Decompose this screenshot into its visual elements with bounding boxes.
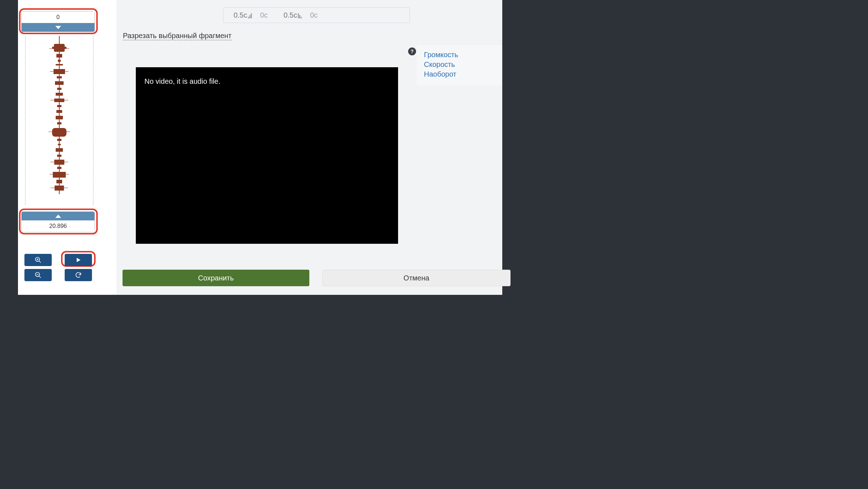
- side-link-speed[interactable]: Скорость: [424, 60, 495, 69]
- save-button[interactable]: Сохранить: [123, 270, 309, 286]
- fade-in-icon: [248, 12, 252, 18]
- side-link-reverse[interactable]: Наоборот: [424, 70, 495, 78]
- help-button[interactable]: ?: [408, 47, 416, 55]
- waveform-area[interactable]: [25, 36, 93, 205]
- reload-button[interactable]: [65, 269, 92, 281]
- reload-icon: [75, 271, 82, 279]
- cut-fragment-link[interactable]: Разрезать выбранный фрагмент: [123, 32, 232, 40]
- end-marker-value: 20.896: [22, 220, 94, 232]
- fade-controls: [223, 7, 410, 23]
- zoom-in-icon: [34, 256, 42, 264]
- chevron-up-icon: [55, 215, 61, 218]
- side-links: Громкость Скорость Наоборот: [417, 45, 502, 86]
- waveform-guide-right: [93, 36, 93, 205]
- save-button-label: Сохранить: [198, 274, 234, 282]
- svg-marker-41: [77, 258, 81, 262]
- start-marker-handle[interactable]: [22, 23, 94, 32]
- side-link-volume[interactable]: Громкость: [424, 51, 495, 59]
- fade-in-value-input[interactable]: [253, 10, 268, 20]
- fade-out-group: [277, 10, 318, 20]
- video-panel-message: No video, it is audio file.: [144, 77, 220, 85]
- chevron-down-icon: [55, 26, 61, 29]
- video-panel: No video, it is audio file.: [136, 67, 398, 244]
- fade-in-duration-input[interactable]: [227, 10, 247, 20]
- app-root: 0: [18, 0, 502, 295]
- zoom-out-button[interactable]: [24, 269, 52, 281]
- cancel-button-label: Отмена: [403, 274, 429, 282]
- waveform-guide-left: [25, 36, 26, 205]
- fade-in-group: [227, 10, 268, 20]
- play-button[interactable]: [65, 254, 92, 266]
- fade-out-value-input[interactable]: [303, 10, 318, 20]
- fade-out-icon: [298, 12, 302, 18]
- help-icon: ?: [411, 49, 414, 54]
- start-marker-value: 0: [22, 12, 94, 23]
- play-icon: [75, 257, 82, 263]
- end-marker-handle[interactable]: [22, 212, 94, 220]
- zoom-out-icon: [34, 271, 42, 279]
- start-marker[interactable]: 0: [21, 11, 95, 32]
- main-area: Разрезать выбранный фрагмент No video, i…: [116, 0, 502, 295]
- fade-out-duration-input[interactable]: [277, 10, 297, 20]
- svg-line-35: [39, 261, 41, 263]
- left-column: 0: [18, 0, 116, 295]
- cancel-button[interactable]: Отмена: [322, 270, 511, 286]
- audio-waveform: [49, 36, 70, 194]
- zoom-in-button[interactable]: [24, 254, 52, 266]
- svg-line-39: [39, 276, 41, 278]
- end-marker[interactable]: 20.896: [21, 211, 95, 232]
